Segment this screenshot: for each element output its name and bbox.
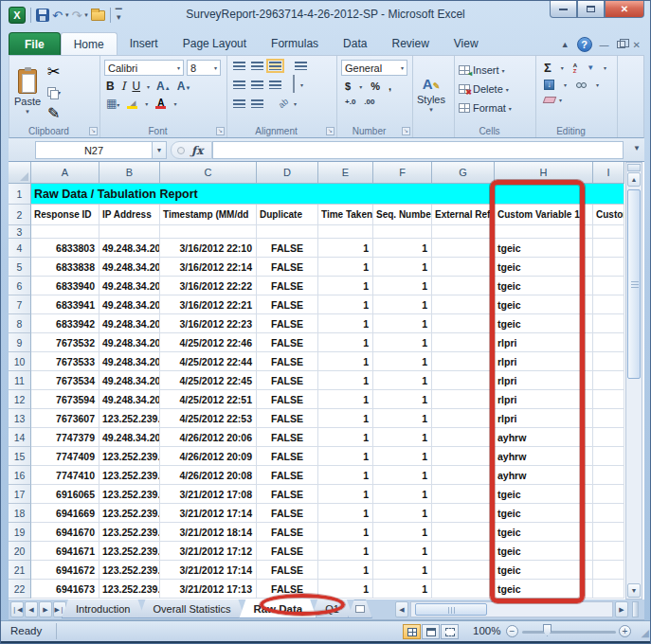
cell-F17[interactable]: 1 bbox=[373, 485, 432, 504]
insert-worksheet-tab[interactable] bbox=[348, 599, 372, 618]
cell-C17[interactable]: 3/21/2012 17:08 bbox=[160, 485, 257, 504]
first-sheet-icon[interactable]: ❘◀ bbox=[10, 601, 24, 617]
page-break-view-button[interactable] bbox=[441, 624, 459, 639]
cell-E14[interactable]: 1 bbox=[318, 428, 373, 447]
ribbon-tab-review[interactable]: Review bbox=[379, 32, 441, 55]
row-header-9[interactable]: 9 bbox=[9, 333, 31, 352]
scroll-down-icon[interactable]: ▼ bbox=[627, 583, 641, 598]
cell-E22[interactable]: 1 bbox=[318, 580, 373, 599]
clear-icon[interactable] bbox=[543, 97, 557, 103]
cell-I17[interactable] bbox=[593, 485, 624, 504]
ribbon-tab-home[interactable]: Home bbox=[61, 32, 118, 55]
minimize-button[interactable] bbox=[550, 1, 577, 18]
header-cell-seq-number[interactable]: Seq. Number bbox=[373, 205, 432, 225]
cell-B14[interactable]: 49.248.34.202 bbox=[99, 428, 160, 447]
clipboard-dialog-launcher[interactable]: ↘ bbox=[89, 127, 98, 135]
cell-F12[interactable]: 1 bbox=[373, 390, 432, 409]
row-header-2[interactable]: 2 bbox=[9, 205, 31, 225]
cell-I22[interactable] bbox=[593, 580, 624, 599]
header-cell-response-id[interactable]: Response ID bbox=[31, 205, 99, 225]
cell-E11[interactable]: 1 bbox=[318, 371, 373, 390]
cell-E20[interactable]: 1 bbox=[318, 542, 373, 561]
cell-A8[interactable]: 6833942 bbox=[31, 314, 99, 333]
cell-H14[interactable]: ayhrw bbox=[495, 428, 593, 447]
decrease-decimal-button[interactable]: .00 bbox=[364, 98, 374, 106]
sort-filter-icon[interactable]: AZ bbox=[573, 63, 577, 74]
select-all-corner[interactable] bbox=[9, 162, 31, 184]
page-layout-view-button[interactable] bbox=[422, 624, 440, 639]
cell-E8[interactable]: 1 bbox=[318, 314, 373, 333]
cell-H18[interactable]: tgeic bbox=[495, 504, 593, 523]
cell-H16[interactable]: ayhrw bbox=[495, 466, 593, 485]
cell-A19[interactable]: 6941670 bbox=[31, 523, 99, 542]
sheet-tab-overall-statistics[interactable]: Overall Statistics bbox=[138, 599, 244, 618]
orientation-icon[interactable]: ab bbox=[277, 97, 290, 110]
comma-button[interactable]: , bbox=[389, 80, 391, 92]
cell-B4[interactable]: 49.248.34.202 bbox=[99, 239, 160, 258]
row-header-16[interactable]: 16 bbox=[9, 466, 31, 485]
empty-cell[interactable] bbox=[373, 225, 432, 239]
header-cell-ip-address[interactable]: IP Address bbox=[99, 205, 160, 225]
cell-C4[interactable]: 3/16/2012 22:10 bbox=[160, 239, 257, 258]
cell-I16[interactable] bbox=[593, 466, 624, 485]
row-header-7[interactable]: 7 bbox=[9, 295, 31, 314]
cell-H10[interactable]: rlpri bbox=[495, 352, 593, 371]
currency-button[interactable]: $ bbox=[345, 80, 351, 92]
column-header-B[interactable]: B bbox=[99, 162, 160, 184]
cell-D12[interactable]: FALSE bbox=[257, 390, 318, 409]
cell-C9[interactable]: 4/25/2012 22:46 bbox=[160, 333, 257, 352]
cell-H21[interactable]: tgeic bbox=[495, 561, 593, 580]
cell-A12[interactable]: 7673594 bbox=[31, 390, 99, 409]
cell-F5[interactable]: 1 bbox=[373, 258, 432, 277]
cell-G20[interactable] bbox=[432, 542, 495, 561]
cell-A17[interactable]: 6916065 bbox=[31, 485, 99, 504]
cell-E12[interactable]: 1 bbox=[318, 390, 373, 409]
cell-E19[interactable]: 1 bbox=[318, 523, 373, 542]
cell-B7[interactable]: 49.248.34.202 bbox=[99, 295, 160, 314]
cell-D11[interactable]: FALSE bbox=[257, 371, 318, 390]
expand-formula-bar-icon[interactable]: ▼ bbox=[633, 144, 641, 152]
column-header-G[interactable]: G bbox=[432, 162, 495, 184]
vertical-scroll-thumb[interactable] bbox=[627, 189, 641, 379]
cell-B13[interactable]: 123.252.239.3 bbox=[99, 409, 160, 428]
cell-I11[interactable] bbox=[593, 371, 624, 390]
font-dialog-launcher[interactable]: ↘ bbox=[216, 127, 225, 135]
cell-A22[interactable]: 6941673 bbox=[31, 580, 99, 599]
cell-B8[interactable]: 49.248.34.202 bbox=[99, 314, 160, 333]
increase-indent-icon[interactable] bbox=[251, 99, 263, 108]
sheet-tab-introduction[interactable]: Introduction bbox=[62, 599, 144, 618]
cell-H8[interactable]: tgeic bbox=[495, 314, 593, 333]
cell-C10[interactable]: 4/25/2012 22:44 bbox=[160, 352, 257, 371]
sheet-tab-q1[interactable]: Q1 bbox=[311, 599, 353, 618]
vertical-split-handle[interactable] bbox=[627, 164, 641, 171]
cell-H20[interactable]: tgeic bbox=[495, 542, 593, 561]
copy-button[interactable]: ▾ bbox=[45, 86, 63, 98]
zoom-slider-track[interactable] bbox=[522, 631, 616, 634]
cell-I13[interactable] bbox=[593, 409, 624, 428]
cell-B22[interactable]: 123.252.239.3 bbox=[99, 580, 160, 599]
header-cell-external-referen[interactable]: External Referen bbox=[432, 205, 495, 225]
cell-B5[interactable]: 49.248.34.202 bbox=[99, 258, 160, 277]
cell-C22[interactable]: 3/21/2012 17:13 bbox=[160, 580, 257, 599]
collapse-ribbon-icon[interactable]: ▲ bbox=[561, 40, 570, 49]
cell-G17[interactable] bbox=[432, 485, 495, 504]
cell-G7[interactable] bbox=[432, 295, 495, 314]
cell-E10[interactable]: 1 bbox=[318, 352, 373, 371]
cell-E21[interactable]: 1 bbox=[318, 561, 373, 580]
cell-A18[interactable]: 6941669 bbox=[31, 504, 99, 523]
merge-center-button[interactable] bbox=[293, 76, 295, 93]
cell-E18[interactable]: 1 bbox=[318, 504, 373, 523]
cell-D18[interactable]: FALSE bbox=[257, 504, 318, 523]
cell-B19[interactable]: 123.252.239.3 bbox=[99, 523, 160, 542]
formula-input[interactable] bbox=[212, 141, 624, 159]
format-painter-button[interactable]: ✎ bbox=[45, 103, 63, 123]
zoom-out-icon[interactable]: − bbox=[506, 625, 518, 637]
cell-E17[interactable]: 1 bbox=[318, 485, 373, 504]
header-cell-custom-v[interactable]: Custom V bbox=[593, 205, 624, 225]
percent-button[interactable]: % bbox=[371, 80, 380, 92]
cell-D15[interactable]: FALSE bbox=[257, 447, 318, 466]
cell-I14[interactable] bbox=[593, 428, 624, 447]
middle-align-icon[interactable] bbox=[251, 62, 263, 70]
cell-D22[interactable]: FALSE bbox=[257, 580, 318, 599]
column-header-I[interactable]: I bbox=[593, 162, 624, 184]
